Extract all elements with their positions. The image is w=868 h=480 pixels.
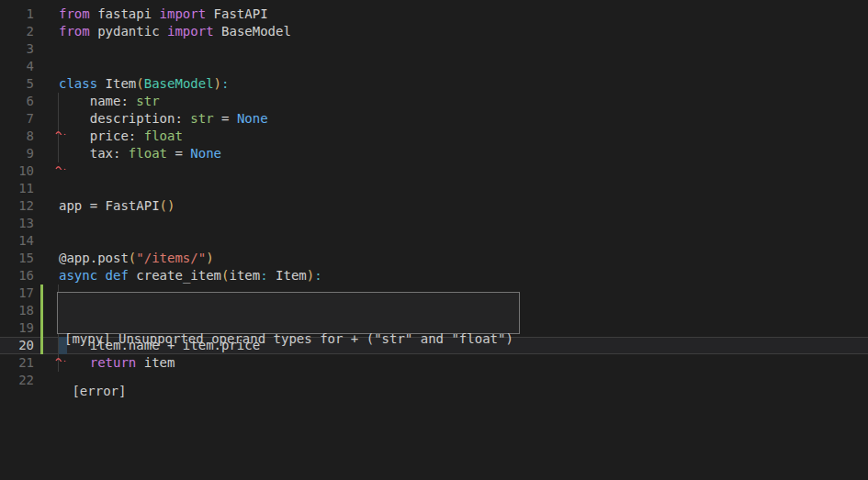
line-number: 3 — [0, 40, 37, 58]
code-token: ) — [307, 268, 314, 283]
code-editor[interactable]: 1from fastapi import FastAPI2from pydant… — [0, 0, 868, 480]
code-text: @app.post("/items/") — [59, 250, 214, 267]
code-text: app = FastAPI() — [59, 197, 175, 215]
code-token: ) — [214, 76, 221, 91]
line-number: 22 — [0, 372, 37, 389]
code-token: app = FastAPI — [59, 198, 160, 213]
code-token: = — [214, 111, 237, 126]
gutter-sign-column — [37, 232, 59, 250]
gutter-sign-column — [37, 180, 59, 197]
line-number: 17 — [0, 285, 37, 302]
code-token: Item — [97, 76, 136, 91]
gutter-sign-column — [37, 40, 59, 58]
code-token: : — [260, 268, 267, 283]
line-number: 4 — [0, 58, 37, 75]
line-number: 15 — [0, 250, 37, 267]
code-token: @app.post — [59, 251, 129, 265]
code-text: async def create_item(item: Item): — [59, 267, 322, 285]
code-token: Item — [268, 268, 307, 283]
gutter-sign-column — [37, 58, 59, 75]
tooltip-severity: [error] — [64, 383, 519, 400]
code-text: name: str — [59, 93, 160, 110]
code-line[interactable]: 12app = FastAPI() — [0, 197, 868, 215]
gutter-sign-column — [37, 93, 59, 110]
code-text: price: float — [59, 128, 183, 145]
code-line[interactable]: 15@app.post("/items/") — [0, 250, 868, 267]
line-number: 19 — [0, 319, 37, 337]
code-token: None — [190, 146, 221, 161]
tooltip-message: [mypy] Unsupported operand types for + (… — [64, 330, 519, 348]
code-token: BaseModel — [214, 24, 291, 39]
code-token: import — [167, 24, 214, 39]
code-line[interactable]: 11 — [0, 180, 868, 197]
code-line[interactable]: 3 — [0, 40, 868, 58]
gutter-sign-column — [37, 267, 59, 285]
line-number: 21 — [0, 354, 37, 372]
code-line[interactable]: 9 tax: float = None — [0, 145, 868, 162]
gutter-sign-column — [37, 215, 59, 232]
code-token: float — [129, 146, 167, 161]
code-token: ( — [160, 198, 167, 213]
code-text: from pydantic import BaseModel — [59, 23, 291, 40]
line-number: 12 — [0, 197, 37, 215]
code-line[interactable]: 10 — [0, 162, 868, 180]
code-token: FastAPI — [206, 6, 267, 21]
code-token: price: — [59, 128, 144, 143]
code-line[interactable]: 8 price: float — [0, 128, 868, 145]
code-token: : — [314, 268, 321, 283]
code-token: str — [136, 94, 159, 108]
line-number: 7 — [0, 110, 37, 128]
code-token: float — [144, 128, 183, 143]
code-token: pydantic — [90, 24, 167, 39]
line-number: 6 — [0, 93, 37, 110]
gutter-sign-column — [37, 23, 59, 40]
code-token: tax: — [59, 146, 129, 161]
code-token: "/items/" — [136, 251, 206, 265]
line-number: 11 — [0, 180, 37, 197]
code-line[interactable]: 7 description: str = None — [0, 110, 868, 128]
line-number: 10 — [0, 162, 37, 180]
code-token: item — [229, 268, 260, 283]
code-token: class — [59, 76, 97, 91]
line-number: 1 — [0, 6, 37, 23]
line-number: 9 — [0, 145, 37, 162]
code-line[interactable]: 2from pydantic import BaseModel — [0, 23, 868, 40]
code-token — [97, 268, 105, 283]
code-token: : — [221, 76, 229, 91]
line-number: 8 — [0, 128, 37, 145]
line-number: 16 — [0, 267, 37, 285]
code-token: ( — [136, 76, 143, 91]
code-text: class Item(BaseModel): — [59, 75, 229, 93]
code-token: name: — [59, 94, 136, 108]
code-token: str — [190, 111, 213, 126]
code-line[interactable]: 13 — [0, 215, 868, 232]
code-token: ) — [167, 198, 175, 213]
code-token: = — [167, 146, 190, 161]
line-number: 13 — [0, 215, 37, 232]
code-token: async — [59, 268, 97, 283]
code-line[interactable]: 16async def create_item(item: Item): — [0, 267, 868, 285]
code-line[interactable]: 14 — [0, 232, 868, 250]
code-line[interactable]: 4 — [0, 58, 868, 75]
git-added-indicator — [40, 285, 43, 354]
code-token: None — [237, 111, 268, 126]
code-line[interactable]: 6 name: str — [0, 93, 868, 110]
gutter-sign-column — [37, 75, 59, 93]
gutter-sign-column — [37, 197, 59, 215]
gutter-sign-column — [37, 250, 59, 267]
gutter-sign-column — [37, 372, 59, 389]
gutter-sign-column — [37, 6, 59, 23]
code-token: from — [59, 6, 90, 21]
code-token: description: — [59, 111, 190, 126]
code-text: description: str = None — [59, 110, 268, 128]
code-token: create_item — [129, 268, 221, 283]
error-squiggle-icon — [55, 157, 67, 162]
code-token: ) — [206, 251, 213, 265]
code-line[interactable]: 1from fastapi import FastAPI — [0, 6, 868, 23]
code-token: import — [160, 6, 207, 21]
code-token: def — [106, 268, 129, 283]
diagnostic-tooltip: [mypy] Unsupported operand types for + (… — [57, 292, 520, 334]
code-token: from — [59, 24, 90, 39]
code-line[interactable]: 5class Item(BaseModel): — [0, 75, 868, 93]
error-squiggle-icon — [55, 122, 67, 128]
